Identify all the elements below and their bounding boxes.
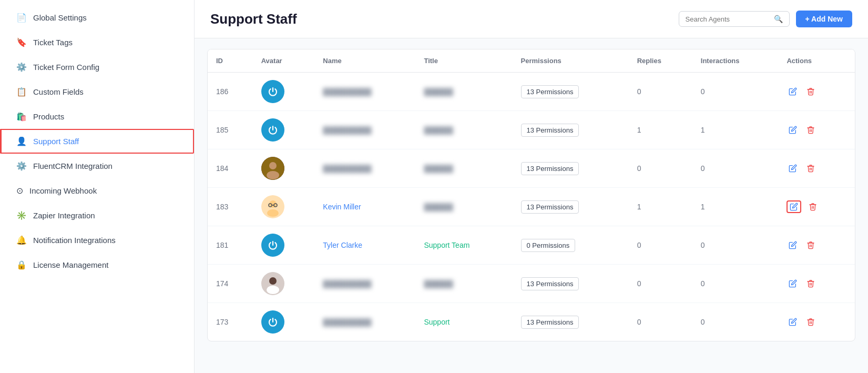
cell-replies: 0 — [629, 73, 692, 111]
permissions-badge[interactable]: 13 Permissions — [521, 124, 579, 137]
sidebar-item-custom-fields[interactable]: 📋Custom Fields — [0, 79, 194, 104]
edit-button[interactable] — [787, 239, 799, 251]
edit-button[interactable] — [787, 277, 799, 290]
header-actions: 🔍 + Add New — [679, 11, 852, 27]
cell-id: 174 — [208, 265, 253, 303]
delete-button[interactable] — [804, 124, 817, 136]
sidebar-label-license-management: License Management — [33, 260, 108, 269]
edit-button[interactable] — [787, 316, 799, 328]
sidebar-item-notification-integrations[interactable]: 🔔Notification Integrations — [0, 228, 194, 253]
svg-point-7 — [267, 209, 279, 217]
support-staff-icon: 👤 — [16, 136, 27, 146]
cell-actions — [778, 303, 855, 341]
search-input[interactable] — [686, 15, 770, 23]
svg-point-4 — [267, 171, 279, 179]
cell-interactions: 1 — [692, 111, 779, 149]
sidebar-item-ticket-tags[interactable]: 🔖Ticket Tags — [0, 30, 194, 55]
staff-table: IDAvatarNameTitlePermissionsRepliesInter… — [208, 49, 855, 341]
edit-button[interactable] — [787, 200, 801, 213]
delete-button[interactable] — [804, 85, 817, 98]
sidebar-item-incoming-webhook[interactable]: ⊙Incoming Webhook — [0, 178, 194, 203]
sidebar: 📄Global Settings🔖Ticket Tags⚙️Ticket For… — [0, 0, 195, 373]
table-row: 174 ████████████████13 Permissions00 — [208, 265, 855, 303]
staff-name-link[interactable]: Kevin Miller — [323, 203, 361, 211]
cell-permissions: 13 Permissions — [513, 188, 629, 226]
permissions-badge[interactable]: 13 Permissions — [521, 162, 579, 175]
main-header: Support Staff 🔍 + Add New — [195, 0, 868, 38]
cell-permissions: 13 Permissions — [513, 149, 629, 188]
cell-title: ██████ — [415, 111, 512, 149]
sidebar-label-global-settings: Global Settings — [33, 13, 87, 22]
add-new-button[interactable]: + Add New — [796, 11, 852, 27]
staff-table-container: IDAvatarNameTitlePermissionsRepliesInter… — [207, 49, 855, 341]
custom-fields-icon: 📋 — [16, 87, 27, 97]
cell-name: Kevin Miller — [314, 188, 415, 226]
svg-point-3 — [269, 162, 277, 169]
cell-id: 185 — [208, 111, 253, 149]
main-content: Support Staff 🔍 + Add New IDAvatarNameTi… — [195, 0, 868, 373]
sidebar-item-support-staff[interactable]: 👤Support Staff — [0, 129, 194, 154]
sidebar-label-ticket-tags: Ticket Tags — [33, 38, 73, 47]
cell-permissions: 13 Permissions — [513, 73, 629, 111]
col-id: ID — [208, 49, 253, 73]
cell-interactions: 0 — [692, 265, 779, 303]
staff-name-link[interactable]: Tyler Clarke — [323, 241, 362, 249]
sidebar-item-ticket-form-config[interactable]: ⚙️Ticket Form Config — [0, 55, 194, 79]
sidebar-item-products[interactable]: 🛍️Products — [0, 104, 194, 129]
delete-button[interactable] — [804, 162, 817, 175]
cell-replies: 0 — [629, 226, 692, 265]
delete-button[interactable] — [804, 316, 817, 328]
sidebar-item-fluentcrm-integration[interactable]: ⚙️FluentCRM Integration — [0, 154, 194, 178]
cell-avatar — [253, 73, 315, 111]
sidebar-item-global-settings[interactable]: 📄Global Settings — [0, 5, 194, 30]
cell-avatar — [253, 303, 315, 341]
table-row: 173 ██████████Support13 Permissions00 — [208, 303, 855, 341]
cell-interactions: 0 — [692, 73, 779, 111]
sidebar-label-incoming-webhook: Incoming Webhook — [29, 186, 97, 195]
edit-button[interactable] — [787, 85, 799, 98]
cell-name: ██████████ — [314, 149, 415, 188]
cell-avatar — [253, 226, 315, 265]
col-actions: Actions — [778, 49, 855, 73]
col-interactions: Interactions — [692, 49, 779, 73]
permissions-badge[interactable]: 13 Permissions — [521, 316, 579, 329]
sidebar-label-support-staff: Support Staff — [33, 137, 79, 146]
edit-button[interactable] — [787, 162, 799, 175]
table-row: 185 ████████████████13 Permissions11 — [208, 111, 855, 149]
permissions-badge[interactable]: 13 Permissions — [521, 85, 579, 98]
delete-button[interactable] — [804, 239, 817, 251]
cell-title: Support — [415, 303, 512, 341]
cell-interactions: 1 — [692, 188, 779, 226]
sidebar-item-zapier-integration[interactable]: ✳️Zapier Integration — [0, 203, 194, 228]
svg-point-14 — [267, 286, 279, 294]
cell-name: ██████████ — [314, 265, 415, 303]
cell-interactions: 0 — [692, 149, 779, 188]
cell-name: ██████████ — [314, 303, 415, 341]
edit-button[interactable] — [787, 124, 799, 136]
incoming-webhook-icon: ⊙ — [16, 186, 23, 196]
cell-actions — [778, 111, 855, 149]
global-settings-icon: 📄 — [16, 13, 27, 23]
sidebar-label-ticket-form-config: Ticket Form Config — [33, 63, 99, 72]
cell-avatar — [253, 188, 315, 226]
cell-permissions: 13 Permissions — [513, 265, 629, 303]
cell-id: 183 — [208, 188, 253, 226]
sidebar-item-license-management[interactable]: 🔒License Management — [0, 253, 194, 277]
col-permissions: Permissions — [513, 49, 629, 73]
cell-replies: 1 — [629, 188, 692, 226]
cell-avatar — [253, 149, 315, 188]
zapier-integration-icon: ✳️ — [16, 210, 27, 220]
cell-interactions: 0 — [692, 303, 779, 341]
search-box: 🔍 — [679, 11, 790, 27]
cell-actions — [778, 73, 855, 111]
cell-id: 181 — [208, 226, 253, 265]
permissions-badge[interactable]: 0 Permissions — [521, 239, 576, 252]
sidebar-label-fluentcrm-integration: FluentCRM Integration — [33, 162, 113, 170]
permissions-badge[interactable]: 13 Permissions — [521, 200, 579, 214]
cell-permissions: 13 Permissions — [513, 303, 629, 341]
permissions-badge[interactable]: 13 Permissions — [521, 277, 579, 290]
delete-button[interactable] — [804, 277, 817, 290]
col-replies: Replies — [629, 49, 692, 73]
delete-button[interactable] — [806, 200, 819, 213]
cell-id: 186 — [208, 73, 253, 111]
